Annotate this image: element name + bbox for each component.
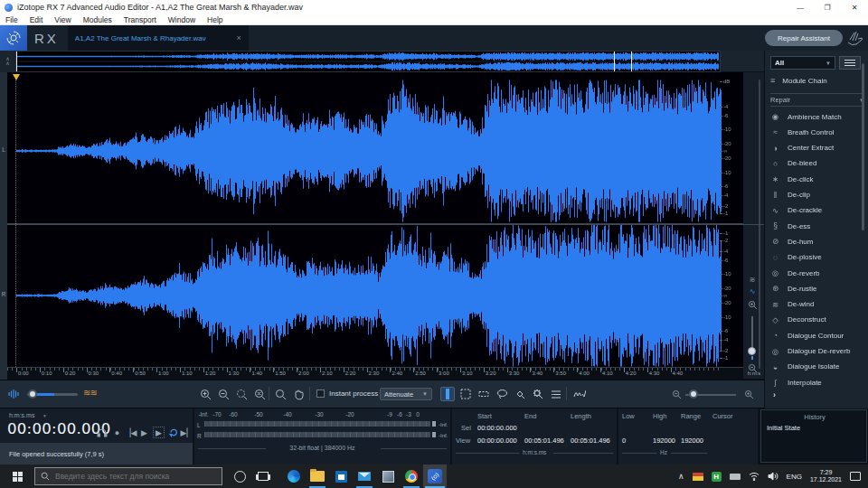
- minimize-button[interactable]: —: [787, 0, 814, 14]
- waveform-overview[interactable]: [15, 51, 721, 72]
- wifi-icon[interactable]: [749, 468, 760, 484]
- brush-selection-tool[interactable]: [513, 387, 527, 401]
- menu-window[interactable]: Window: [168, 15, 195, 24]
- time-ruler[interactable]: 0:000:100:200:300:400:501:001:101:201:30…: [7, 367, 743, 380]
- menu-transport[interactable]: Transport: [124, 15, 156, 24]
- view-end-value[interactable]: 00:05:01.496: [524, 436, 564, 445]
- language-indicator[interactable]: ENG: [787, 473, 802, 481]
- magnify-tool[interactable]: [273, 387, 288, 401]
- module-item-interpolate[interactable]: ∫Interpolate: [770, 376, 822, 389]
- monitor-button[interactable]: [96, 427, 108, 438]
- sidebar-scrollbar[interactable]: [862, 63, 864, 230]
- edge-button[interactable]: [282, 465, 306, 488]
- waveform-display[interactable]: dB-4-6-10-20∞-20-10-6-4-2-1-1-2-4-6-10-2…: [7, 72, 743, 367]
- horizontal-zoom-in-icon[interactable]: [741, 387, 756, 401]
- selection-start-marker[interactable]: [13, 74, 20, 80]
- tab-close-icon[interactable]: ×: [237, 33, 241, 42]
- repair-section-header[interactable]: Repair ▼: [770, 93, 864, 107]
- show-hidden-icons-button[interactable]: ∧: [678, 472, 684, 481]
- view-length-value[interactable]: 00:05:01.496: [571, 436, 610, 445]
- taskbar-search[interactable]: [34, 467, 222, 485]
- freq-high-value[interactable]: 192000: [653, 436, 675, 445]
- maximize-button[interactable]: ❐: [814, 0, 841, 14]
- go-to-start-button[interactable]: ▕◀: [125, 427, 137, 438]
- store-button[interactable]: [329, 465, 353, 488]
- channel-label-right[interactable]: R: [0, 291, 7, 297]
- module-item-breath-control[interactable]: ≈Breath Control: [770, 126, 835, 138]
- history-item[interactable]: Initial State: [767, 424, 800, 432]
- time-selection-tool[interactable]: [440, 387, 455, 401]
- module-chain-item[interactable]: ≡ Module Chain: [770, 76, 827, 85]
- tray-green-app-icon[interactable]: H: [712, 472, 722, 482]
- module-item-de-crackle[interactable]: ∿De-crackle: [770, 204, 822, 217]
- module-item-de-clip[interactable]: ‖De-clip: [770, 189, 810, 202]
- play-button[interactable]: ▶: [138, 427, 150, 438]
- time-frequency-selection-tool[interactable]: [458, 387, 473, 401]
- zoom-reset-tool[interactable]: [252, 387, 267, 401]
- module-item-de-reverb[interactable]: ◎De-reverb: [770, 267, 820, 279]
- sel-start-value[interactable]: 00:00:00.000: [477, 424, 517, 432]
- volume-icon[interactable]: [768, 468, 778, 484]
- menu-view[interactable]: View: [54, 15, 71, 24]
- file-tab[interactable]: A1,A2 The Great Marsh & Rhayader.wav ×: [68, 25, 249, 51]
- meter-knob-left[interactable]: [432, 421, 436, 427]
- vertical-zoom-in-icon[interactable]: [745, 300, 760, 312]
- module-item-de-plosive[interactable]: ◌De-plosive: [770, 251, 822, 264]
- clock[interactable]: 7:29 17.12.2021: [810, 469, 842, 483]
- play-selection-button[interactable]: ▶: [153, 427, 165, 438]
- zoom-in-tool[interactable]: [198, 387, 212, 401]
- go-to-end-button[interactable]: ▶▏: [181, 427, 193, 438]
- vertical-zoom-slider[interactable]: [751, 316, 753, 349]
- meter-knob-right[interactable]: [432, 432, 436, 437]
- loop-button[interactable]: [167, 427, 179, 438]
- cortana-button[interactable]: [228, 465, 251, 488]
- tray-app-icon[interactable]: [693, 473, 703, 481]
- process-mode-select[interactable]: Attenuate ▼: [380, 388, 432, 400]
- vertical-zoom-knob[interactable]: [748, 347, 756, 355]
- frequency-selection-tool[interactable]: [476, 387, 491, 401]
- module-item-deconstruct[interactable]: ◇Deconstruct: [770, 314, 826, 326]
- record-button[interactable]: ●: [111, 427, 123, 438]
- more-modules-chevron[interactable]: ›: [773, 390, 776, 399]
- instant-process-checkbox[interactable]: [316, 389, 325, 398]
- module-item-dialogue-de-reverb[interactable]: ◎Dialogue De-reverb: [770, 345, 850, 358]
- output-volume-knob[interactable]: [28, 389, 37, 399]
- time-format-label[interactable]: h:m:s.ms: [9, 412, 34, 418]
- module-menu-button[interactable]: [839, 56, 861, 70]
- module-item-de-bleed[interactable]: ○De-bleed: [770, 157, 816, 170]
- lasso-selection-tool[interactable]: [495, 387, 509, 401]
- module-item-de-wind[interactable]: ≋De-wind: [770, 298, 814, 311]
- playhead-cursor[interactable]: [15, 76, 16, 367]
- module-item-de-hum[interactable]: ⊘De-hum: [770, 235, 813, 248]
- channel-label-left[interactable]: L: [0, 146, 7, 153]
- module-item-center-extract[interactable]: ◑Center Extract: [770, 142, 834, 155]
- flatten-tool[interactable]: [549, 387, 563, 401]
- horizontal-zoom-knob[interactable]: [689, 389, 698, 399]
- start-button[interactable]: [0, 465, 34, 488]
- zoom-out-tool[interactable]: [216, 387, 231, 401]
- spectrogram-icon[interactable]: ≋≋: [83, 388, 97, 398]
- freq-range-value[interactable]: 192000: [681, 436, 703, 445]
- overview-canvas[interactable]: [16, 52, 720, 71]
- menu-file[interactable]: File: [5, 15, 18, 24]
- menu-edit[interactable]: Edit: [30, 15, 43, 24]
- module-item-de-ess[interactable]: §De-ess: [770, 220, 810, 232]
- signature-tool[interactable]: [572, 387, 587, 401]
- photos-button[interactable]: [376, 465, 400, 488]
- close-button[interactable]: ✕: [841, 0, 868, 14]
- tray-device-icon[interactable]: [730, 474, 741, 480]
- menu-modules[interactable]: Modules: [83, 15, 112, 24]
- module-item-ambience-match[interactable]: ◉Ambience Match: [770, 110, 842, 123]
- mail-button[interactable]: [353, 465, 376, 488]
- zoom-selection-tool[interactable]: [234, 387, 249, 401]
- module-item-de-rustle[interactable]: ⊛De-rustle: [770, 282, 816, 295]
- module-item-dialogue-contour[interactable]: ◔Dialogue Contour: [770, 329, 844, 342]
- spectrogram-blend-icon[interactable]: ≋: [745, 276, 760, 284]
- overview-collapse-control[interactable]: ∧ ∧: [0, 51, 15, 72]
- magic-wand-tool[interactable]: [531, 387, 545, 401]
- search-input[interactable]: [55, 472, 209, 481]
- module-item-dialogue-isolate[interactable]: ◒Dialogue Isolate: [770, 361, 839, 373]
- horizontal-zoom-out-icon[interactable]: [669, 387, 684, 401]
- rx-taskbar-button[interactable]: [423, 465, 447, 488]
- module-item-de-click[interactable]: ∗De-click: [770, 173, 813, 185]
